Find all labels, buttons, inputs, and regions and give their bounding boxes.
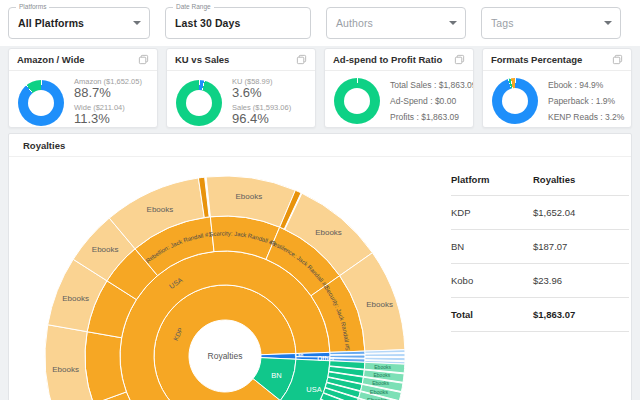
total-label-cell: Total bbox=[451, 309, 533, 320]
date-range-label: Date Range bbox=[173, 3, 214, 11]
stat-line: Ebook : 94.9% bbox=[548, 77, 624, 93]
royalties-panel: Royalties KDPBNUSACanOtherUSARebellion: … bbox=[8, 133, 632, 400]
table-row: BN $187.07 bbox=[451, 230, 629, 264]
stat-value: 88.7% bbox=[74, 86, 142, 100]
total-value-cell: $1,863.07 bbox=[533, 309, 629, 320]
sunburst-label: Ebooks bbox=[366, 300, 393, 309]
platform-cell: BN bbox=[451, 241, 533, 252]
caret-down-icon bbox=[133, 21, 141, 25]
platforms-select[interactable]: Platforms All Platforms bbox=[8, 7, 150, 39]
stat-cards-row: Amazon / Wide Amazon ($1,652.05) 88.7% W… bbox=[8, 48, 632, 128]
sunburst-label: Ebooks bbox=[52, 365, 79, 374]
donut-amazon-wide bbox=[18, 80, 64, 126]
table-row: KDP $1,652.04 bbox=[451, 196, 629, 230]
card-title: KU vs Sales bbox=[175, 54, 229, 65]
royalties-table: Platform Royalties KDP $1,652.04 BN $187… bbox=[451, 170, 629, 332]
sunburst-label: Ebooks bbox=[372, 380, 389, 386]
tags-select[interactable]: Tags bbox=[481, 7, 621, 39]
card-title: Ad-spend to Profit Ratio bbox=[333, 54, 442, 65]
stat-value: 3.6% bbox=[232, 86, 291, 100]
date-range-input[interactable]: Date Range Last 30 Days bbox=[165, 7, 311, 39]
donut-ku-vs-sales bbox=[176, 80, 222, 126]
sunburst-label: Ebooks bbox=[370, 389, 389, 395]
donut-adspend-profit bbox=[334, 78, 380, 124]
sunburst-label: Ebooks bbox=[92, 245, 119, 254]
platforms-label: Platforms bbox=[16, 3, 49, 11]
platform-cell: KDP bbox=[451, 207, 533, 218]
sunburst-label: Ebooks bbox=[147, 205, 174, 214]
royalty-cell: $1,652.04 bbox=[533, 207, 629, 218]
sunburst-label: Ebooks bbox=[374, 364, 391, 370]
panel-title: Royalties bbox=[23, 140, 65, 151]
authors-select[interactable]: Authors bbox=[326, 7, 466, 39]
dashboard-page: { "filters": [ {"label": "Platforms", "v… bbox=[0, 0, 640, 400]
authors-placeholder: Authors bbox=[336, 17, 373, 29]
tags-placeholder: Tags bbox=[491, 17, 514, 29]
col-royalties: Royalties bbox=[533, 174, 629, 185]
stat-line: KENP Reads : 3.2% bbox=[548, 109, 624, 125]
copy-icon[interactable] bbox=[138, 54, 149, 65]
caret-down-icon bbox=[449, 21, 457, 25]
card-amazon-wide: Amazon / Wide Amazon ($1,652.05) 88.7% W… bbox=[8, 48, 158, 128]
table-header-row: Platform Royalties bbox=[451, 170, 629, 196]
royalties-sunburst-chart[interactable]: KDPBNUSACanOtherUSARebellion: Jack Randa… bbox=[9, 156, 449, 400]
stat-line: Ad-Spend : $0.00 bbox=[390, 93, 474, 109]
sunburst-label: Other bbox=[317, 355, 335, 362]
date-range-value: Last 30 Days bbox=[175, 17, 240, 29]
sunburst-label: Ebooks bbox=[62, 294, 89, 303]
caret-down-icon bbox=[604, 21, 612, 25]
copy-icon[interactable] bbox=[454, 54, 465, 65]
table-row: Kobo $23.96 bbox=[451, 264, 629, 298]
sunburst-label: Ebooks bbox=[367, 397, 387, 400]
platform-cell: Kobo bbox=[451, 275, 533, 286]
sunburst-segment[interactable] bbox=[85, 332, 126, 400]
royalty-cell: $23.96 bbox=[533, 275, 629, 286]
card-ku-vs-sales: KU vs Sales KU ($58.99) 3.6% Sales ($1,5… bbox=[166, 48, 316, 128]
royalties-panel-header: Royalties bbox=[9, 134, 631, 157]
sunburst-label: Ebooks bbox=[315, 228, 342, 237]
donut-formats bbox=[492, 78, 538, 124]
sunburst-label: Ebooks bbox=[235, 192, 262, 201]
filter-bar: Platforms All Platforms Date Range Last … bbox=[0, 0, 640, 46]
sunburst-label: USA bbox=[306, 385, 321, 394]
sunburst-segment[interactable] bbox=[330, 351, 365, 355]
sunburst-label: Can bbox=[295, 353, 304, 358]
sunburst-label: Ebooks bbox=[373, 372, 390, 378]
sunburst-segment[interactable] bbox=[365, 353, 405, 356]
card-title: Formats Percentage bbox=[491, 54, 582, 65]
stat-line: Paperback : 1.9% bbox=[548, 93, 624, 109]
sunburst-segment[interactable] bbox=[330, 355, 365, 358]
sunburst-center-label: Royalties bbox=[208, 351, 243, 361]
stat-value: 11.3% bbox=[74, 112, 142, 126]
copy-icon[interactable] bbox=[296, 54, 307, 65]
stat-value: 96.4% bbox=[232, 112, 291, 126]
copy-icon[interactable] bbox=[612, 54, 623, 65]
table-total-row: Total $1,863.07 bbox=[451, 298, 629, 332]
card-adspend-profit: Ad-spend to Profit Ratio Total Sales : $… bbox=[324, 48, 474, 128]
col-platform: Platform bbox=[451, 174, 533, 185]
card-title: Amazon / Wide bbox=[17, 54, 84, 65]
sunburst-label: BN bbox=[271, 371, 281, 380]
royalty-cell: $187.07 bbox=[533, 241, 629, 252]
platforms-value: All Platforms bbox=[18, 17, 84, 29]
stat-line: Profits : $1,863.09 bbox=[390, 109, 474, 125]
card-formats-percentage: Formats Percentage Ebook : 94.9% Paperba… bbox=[482, 48, 632, 128]
stat-line: Total Sales : $1,863.09 bbox=[390, 77, 474, 93]
